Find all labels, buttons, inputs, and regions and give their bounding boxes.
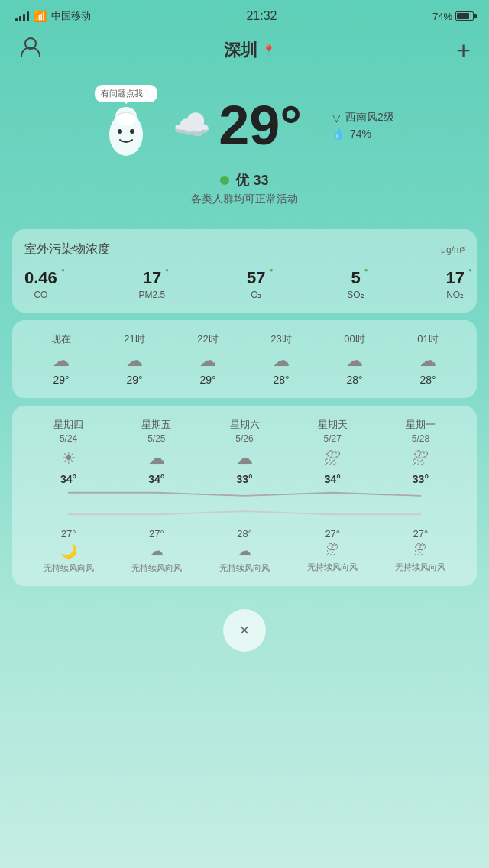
- day-low-icon: ⛈: [377, 542, 465, 559]
- pollution-header: 室外污染物浓度 μg/m³: [24, 241, 465, 257]
- hourly-item: 01时 ☁ 28°: [391, 332, 465, 386]
- hourly-weather-icon: ☁: [391, 351, 465, 371]
- hourly-label: 22时: [171, 332, 244, 346]
- svg-point-4: [115, 107, 137, 125]
- day-name: 星期四: [24, 418, 112, 432]
- speech-bubble: 有问题点我！: [95, 85, 157, 102]
- status-bar: 📶 中国移动 21:32 74%: [0, 0, 489, 29]
- pollution-item: 0.46 CO: [24, 268, 57, 300]
- day-low-temp: 27°: [377, 528, 465, 539]
- mascot-area[interactable]: 有问题点我！: [95, 85, 157, 165]
- svg-point-3: [130, 129, 134, 134]
- weekly-item: 星期五 5/25 ☁ 34°: [112, 418, 200, 485]
- wind-label: 西南风2级: [345, 111, 394, 125]
- pollution-title: 室外污染物浓度: [24, 241, 110, 257]
- day-low-temp: 27°: [289, 528, 377, 539]
- weekly-low-item: 27° ⛈ 无持续风向风: [289, 528, 377, 574]
- time-label: 21:32: [246, 9, 277, 23]
- pollution-label: NO₂: [445, 290, 464, 300]
- hourly-item: 23时 ☁ 28°: [244, 332, 318, 386]
- day-name: 星期天: [289, 418, 377, 432]
- pollution-item: 5 SO₂: [347, 268, 364, 300]
- day-low-icon: ⛈: [289, 542, 377, 559]
- pollution-value: 57: [247, 268, 265, 288]
- pollution-item: 17 NO₂: [445, 268, 464, 300]
- day-wind: 无持续风向风: [24, 562, 112, 574]
- city-title: 深圳 📍: [224, 39, 275, 62]
- aqi-dot: [220, 176, 229, 185]
- weather-top: 有问题点我！ ☁️ 29° ▽ 西南风2级: [23, 85, 466, 165]
- status-left: 📶 中国移动: [15, 9, 91, 23]
- status-right: 74%: [432, 11, 474, 22]
- weekly-item: 星期一 5/28 ⛈ 33°: [377, 418, 465, 485]
- carrier-label: 中国移动: [51, 9, 91, 23]
- day-high-temp: 34°: [112, 473, 200, 485]
- day-name: 星期六: [200, 418, 288, 432]
- day-low-temp: 27°: [112, 528, 200, 539]
- temp-area: ☁️ 29°: [173, 98, 302, 153]
- wind-info: ▽ 西南风2级 💧 74%: [332, 111, 394, 140]
- hourly-weather-icon: ☁: [244, 351, 318, 371]
- weekly-low-item: 27° ⛈ 无持续风向风: [377, 528, 465, 574]
- day-wind: 无持续风向风: [289, 562, 377, 573]
- hourly-temp: 28°: [318, 374, 391, 386]
- weekly-low-item: 27° 🌙 无持续风向风: [24, 528, 112, 574]
- weekly-item: 星期天 5/27 ⛈ 34°: [289, 418, 377, 485]
- hourly-item: 现在 ☁ 29°: [24, 332, 98, 386]
- day-date: 5/26: [200, 433, 288, 444]
- pollution-card: 室外污染物浓度 μg/m³ 0.46 CO 17 PM2.5 57 O₃ 5 S…: [12, 229, 477, 313]
- add-city-button[interactable]: +: [456, 38, 471, 63]
- pollution-label: PM2.5: [139, 290, 166, 300]
- hourly-label: 23时: [244, 332, 318, 346]
- svg-point-2: [118, 129, 122, 134]
- day-date: 5/27: [289, 433, 377, 444]
- hourly-weather-icon: ☁: [318, 351, 391, 371]
- day-date: 5/28: [377, 433, 465, 444]
- weekly-low-item: 27° ☁ 无持续风向风: [112, 528, 200, 574]
- day-high-icon: ☁: [112, 449, 200, 468]
- hourly-grid: 现在 ☁ 29° 21时 ☁ 29° 22时 ☁ 29° 23时 ☁ 28° 0…: [24, 332, 465, 386]
- aqi-area: 优 33 各类人群均可正常活动: [191, 171, 298, 206]
- day-name: 星期五: [112, 418, 200, 432]
- day-low-temp: 27°: [24, 528, 112, 539]
- pollution-item: 57 O₃: [247, 268, 265, 300]
- hourly-label: 01时: [391, 332, 465, 346]
- pollution-unit: μg/m³: [441, 245, 465, 255]
- day-high-icon: ☁: [200, 449, 288, 468]
- hourly-temp: 28°: [244, 374, 318, 386]
- day-date: 5/24: [24, 433, 112, 444]
- battery-icon: [455, 11, 474, 21]
- hourly-weather-icon: ☁: [171, 351, 244, 371]
- day-high-temp: 34°: [24, 473, 112, 485]
- weekly-grid: 星期四 5/24 ☀ 34° 星期五 5/25 ☁ 34° 星期六 5/26 ☁…: [24, 418, 465, 485]
- wifi-icon: 📶: [34, 10, 47, 22]
- day-wind: 无持续风向风: [377, 562, 465, 573]
- hourly-item: 21时 ☁ 29°: [98, 332, 171, 386]
- day-low-icon: ☁: [112, 542, 200, 559]
- day-high-temp: 33°: [200, 473, 288, 485]
- profile-icon[interactable]: [18, 35, 43, 65]
- close-button-area: ×: [0, 594, 489, 675]
- day-low-icon: 🌙: [24, 542, 112, 559]
- close-button[interactable]: ×: [223, 609, 266, 652]
- weekly-item: 星期六 5/26 ☁ 33°: [200, 418, 288, 485]
- hourly-item: 22时 ☁ 29°: [171, 332, 244, 386]
- pollution-value: 17: [143, 268, 161, 288]
- day-low-icon: ☁: [200, 542, 288, 559]
- header: 深圳 📍 +: [0, 29, 489, 77]
- weekly-low-item: 28° ☁ 无持续风向风: [200, 528, 288, 574]
- hourly-item: 00时 ☁ 28°: [318, 332, 391, 386]
- aqi-description: 各类人群均可正常活动: [191, 193, 298, 206]
- pollution-value: 5: [351, 268, 360, 288]
- pollution-grid: 0.46 CO 17 PM2.5 57 O₃ 5 SO₂ 17 NO₂: [24, 268, 465, 300]
- weekly-item: 星期四 5/24 ☀ 34°: [24, 418, 112, 485]
- hourly-temp: 28°: [391, 374, 465, 386]
- signal-icon: [15, 11, 29, 21]
- temp-chart: [24, 485, 465, 525]
- hourly-label: 00时: [318, 332, 391, 346]
- hourly-label: 21时: [98, 332, 171, 346]
- day-high-temp: 33°: [377, 473, 465, 485]
- pollution-label: SO₂: [347, 290, 364, 300]
- hourly-temp: 29°: [171, 374, 244, 386]
- day-wind: 无持续风向风: [112, 562, 200, 574]
